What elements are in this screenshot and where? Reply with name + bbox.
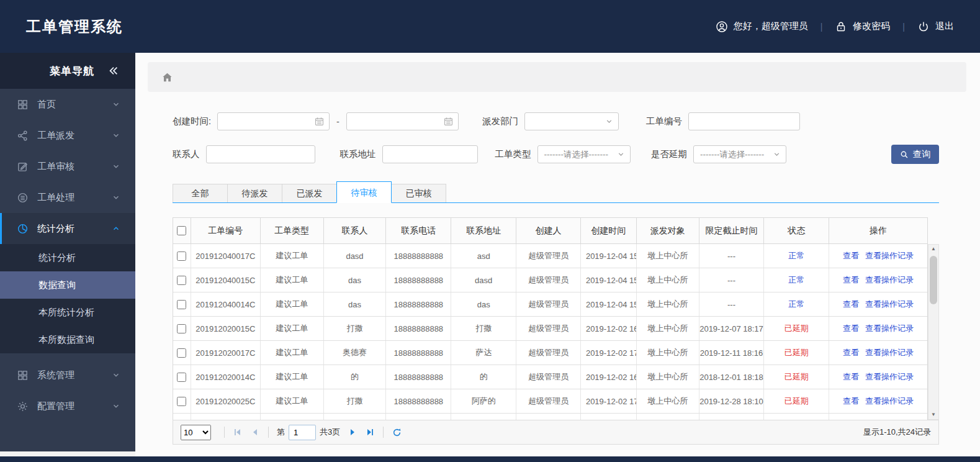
tab-dispatched[interactable]: 已派发	[282, 184, 337, 202]
col-status: 状态	[764, 218, 829, 243]
cell-order-type: 建议工单	[261, 365, 324, 389]
view-link[interactable]: 查看	[843, 347, 859, 358]
view-link[interactable]: 查看	[843, 371, 859, 383]
calendar-icon	[314, 116, 325, 127]
row-checkbox[interactable]	[177, 397, 186, 406]
scroll-up-icon[interactable]: ▲	[931, 246, 936, 252]
cell-actions: 查看 查看操作记录	[829, 292, 927, 316]
logout-link[interactable]: 退出	[917, 20, 954, 33]
cell-creator: 超级管理员	[516, 317, 581, 340]
cell-contact: das	[324, 268, 387, 292]
sidebar-item-dispatch[interactable]: 工单派发	[0, 120, 135, 151]
sidebar-item-home[interactable]: 首页	[0, 89, 135, 120]
tab-all[interactable]: 全部	[173, 184, 228, 202]
row-checkbox[interactable]	[177, 251, 186, 261]
sidebar-title: 菜单导航	[50, 64, 94, 78]
prev-page-button[interactable]	[248, 425, 262, 439]
address-input[interactable]	[382, 145, 478, 163]
cell-order-no: 201912040014C	[191, 292, 261, 316]
submenu-item-data-query[interactable]: 数据查询	[0, 271, 135, 299]
refresh-button[interactable]	[390, 425, 403, 439]
search-button[interactable]: 查询	[891, 145, 939, 164]
order-type-select[interactable]: -------请选择-------	[537, 145, 631, 163]
change-password-link[interactable]: 修改密码	[835, 20, 890, 33]
table-row: 201912020017C 建议工单 奥德赛 18888888888 萨达 超级…	[173, 341, 927, 365]
view-log-link[interactable]: 查看操作记录	[865, 274, 914, 286]
next-page-button[interactable]	[346, 425, 359, 439]
submenu-label: 本所数据查询	[38, 334, 94, 346]
table-body: 201912040017C 建议工单 dasd 18888888888 asd …	[173, 244, 928, 414]
main-content: 创建时间: - 派发部门 工单编号	[135, 53, 980, 456]
submenu-item-statistics[interactable]: 统计分析	[0, 244, 135, 271]
col-actions: 操作	[829, 218, 927, 243]
row-checkbox[interactable]	[177, 348, 186, 358]
order-no-input[interactable]	[688, 112, 800, 130]
cell-target: 墩上中心所	[637, 244, 699, 268]
scroll-down-icon[interactable]: ▼	[931, 412, 936, 418]
chevron-down-icon	[112, 100, 120, 109]
pager-divider	[383, 427, 384, 438]
row-checkbox[interactable]	[177, 300, 186, 309]
submenu-label: 本所统计分析	[38, 307, 94, 319]
home-icon[interactable]	[161, 71, 173, 83]
cell-status: 正常	[764, 244, 829, 268]
view-log-link[interactable]: 查看操作记录	[865, 250, 914, 261]
status-tabs: 全部 待派发 已派发 待审核 已审核	[173, 181, 939, 203]
view-log-link[interactable]: 查看操作记录	[865, 371, 914, 383]
create-time-end-input[interactable]	[346, 112, 459, 130]
sidebar-item-label: 配置管理	[37, 401, 74, 412]
view-log-link[interactable]: 查看操作记录	[865, 299, 914, 310]
table-row: 201912020025C 建议工单 打撒 18888888888 阿萨的 超级…	[173, 389, 927, 414]
cell-contact: dasd	[324, 244, 387, 268]
tab-reviewed[interactable]: 已审核	[391, 184, 446, 202]
view-log-link[interactable]: 查看操作记录	[865, 323, 914, 334]
row-checkbox-cell	[173, 389, 191, 413]
page-number-input[interactable]	[289, 425, 316, 440]
cell-created: 2019-12-04 15	[581, 244, 637, 268]
sidebar-item-process[interactable]: 工单处理	[0, 182, 135, 213]
sidebar-item-statistics[interactable]: 统计分析	[0, 213, 135, 244]
sidebar-item-review[interactable]: 工单审核	[0, 151, 135, 182]
row-checkbox[interactable]	[177, 324, 186, 333]
app-root: 工单管理系统 您好，超级管理员 | 修改密码 | 退出 菜单导航	[0, 0, 980, 462]
cell-order-no: 201912040015C	[191, 268, 261, 292]
submenu-item-local-statistics[interactable]: 本所统计分析	[0, 299, 135, 326]
cell-phone: 18888888888	[386, 317, 451, 340]
scrollbar-thumb[interactable]	[930, 256, 937, 304]
cell-order-no: 201912020025C	[191, 389, 261, 413]
row-checkbox[interactable]	[177, 373, 186, 382]
sidebar-item-system[interactable]: 系统管理	[0, 360, 135, 391]
delay-select[interactable]: -------请选择-------	[693, 145, 786, 163]
row-checkbox[interactable]	[177, 276, 186, 285]
view-link[interactable]: 查看	[843, 250, 859, 261]
view-link[interactable]: 查看	[843, 299, 859, 310]
col-order-no: 工单编号	[191, 218, 261, 243]
last-page-button[interactable]	[363, 425, 377, 439]
tab-pending-review[interactable]: 待审核	[336, 181, 392, 203]
tab-pending-dispatch[interactable]: 待派发	[227, 184, 282, 202]
chevron-down-icon	[605, 117, 613, 125]
col-deadline: 限定截止时间	[699, 218, 765, 243]
row-checkbox-cell	[173, 341, 191, 365]
view-link[interactable]: 查看	[843, 396, 859, 407]
dispatch-dept-label: 派发部门	[482, 116, 518, 127]
double-chevron-left-icon[interactable]	[108, 65, 119, 76]
page-size-select[interactable]: 10	[181, 425, 211, 440]
submenu-item-local-data-query[interactable]: 本所数据查询	[0, 326, 135, 353]
create-time-start-input[interactable]	[217, 112, 330, 130]
dispatch-dept-select[interactable]	[524, 112, 619, 130]
table-scrollbar[interactable]: ▲ ▼	[928, 244, 939, 420]
view-link[interactable]: 查看	[843, 323, 859, 334]
first-page-button[interactable]	[231, 425, 245, 439]
view-link[interactable]: 查看	[843, 274, 859, 286]
view-log-link[interactable]: 查看操作记录	[865, 396, 914, 407]
gear-icon	[17, 401, 29, 412]
cell-creator: 超级管理员	[516, 341, 581, 365]
cell-target: 墩上中心所	[637, 268, 699, 292]
status-badge: 已延期	[784, 323, 809, 334]
sidebar-item-config[interactable]: 配置管理	[0, 391, 135, 422]
select-all-checkbox[interactable]	[177, 226, 186, 235]
cell-order-type	[261, 414, 324, 420]
view-log-link[interactable]: 查看操作记录	[865, 347, 914, 358]
contact-input[interactable]	[206, 145, 315, 163]
